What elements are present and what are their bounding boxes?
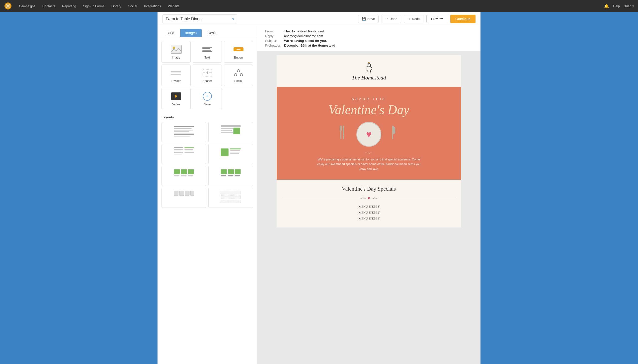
- svg-marker-73: [368, 62, 370, 63]
- subject-label: Subject:: [265, 39, 282, 42]
- svg-rect-27: [220, 125, 240, 126]
- svg-rect-29: [220, 130, 232, 131]
- more-block-label: More: [204, 103, 210, 106]
- block-text[interactable]: Text: [193, 41, 222, 62]
- email-meta: From: The Homestead Restaurant Reply: an…: [257, 26, 480, 51]
- plate-circle: ♥: [356, 122, 381, 147]
- nav-right-area: 🔔 Help Brian ▾: [604, 4, 634, 8]
- social-block-icon: [232, 68, 244, 78]
- svg-rect-59: [220, 177, 225, 178]
- svg-rect-38: [184, 149, 193, 150]
- layouts-section-label: Layouts: [158, 113, 257, 120]
- savor-text: SAVOR THIS: [284, 97, 453, 101]
- divider-block-icon: [170, 68, 182, 78]
- button-block-label: Button: [234, 56, 243, 59]
- svg-line-20: [240, 72, 240, 74]
- svg-rect-56: [228, 169, 234, 174]
- divider-line-left: [282, 198, 358, 198]
- nav-campaigns[interactable]: Campaigns: [16, 3, 38, 10]
- redo-button[interactable]: ↪ Redo: [404, 15, 424, 23]
- svg-line-19: [237, 72, 237, 74]
- tab-build[interactable]: Build: [162, 29, 179, 37]
- nav-user[interactable]: Brian ▾: [624, 4, 634, 8]
- tab-design[interactable]: Design: [202, 29, 224, 37]
- block-divider[interactable]: Divider: [162, 64, 191, 86]
- svg-rect-51: [181, 175, 186, 176]
- content-area: Build Images Design Image: [158, 26, 480, 364]
- app-logo[interactable]: [4, 2, 12, 10]
- preview-button[interactable]: Preview: [426, 15, 447, 23]
- save-button[interactable]: 💾 Save: [358, 15, 378, 23]
- menu-item-1: [MENU ITEM 1]: [282, 204, 455, 210]
- svg-point-77: [368, 64, 368, 65]
- title-wrapper: ✎: [162, 14, 237, 24]
- svg-rect-26: [174, 136, 190, 136]
- undo-icon: ↩: [385, 17, 388, 21]
- nav-library[interactable]: Library: [108, 3, 124, 10]
- svg-rect-58: [220, 175, 226, 176]
- continue-button[interactable]: Continue: [450, 15, 476, 23]
- more-block-icon: +: [201, 91, 213, 101]
- email-content: The Homestead SAVOR THIS Valentine's Day: [277, 55, 461, 228]
- svg-rect-41: [220, 148, 228, 156]
- left-panel: Build Images Design Image: [158, 26, 257, 364]
- layout-item-8[interactable]: [208, 188, 253, 208]
- svg-rect-83: [343, 126, 343, 130]
- nav-social[interactable]: Social: [125, 3, 140, 10]
- campaign-title-input[interactable]: [162, 14, 237, 24]
- reply-label: Reply:: [265, 34, 282, 38]
- svg-rect-28: [220, 128, 233, 129]
- block-more[interactable]: + More: [193, 88, 222, 109]
- undo-button[interactable]: ↩ Undo: [382, 15, 401, 23]
- layout-item-3[interactable]: [162, 144, 206, 164]
- svg-rect-68: [220, 191, 240, 194]
- menu-item-2: [MENU ITEM 2]: [282, 210, 455, 216]
- svg-point-16: [237, 70, 240, 72]
- svg-rect-37: [184, 147, 194, 148]
- preview-area: From: The Homestead Restaurant Reply: an…: [257, 26, 480, 364]
- svg-rect-33: [174, 149, 183, 150]
- reply-value: aname@domainname.com: [284, 34, 323, 38]
- block-social[interactable]: Social: [224, 64, 253, 86]
- tab-images[interactable]: Images: [180, 29, 202, 37]
- svg-point-17: [234, 74, 237, 76]
- block-video[interactable]: Video: [162, 88, 191, 109]
- toolbar: ✎ 💾 Save ↩ Undo ↪ Redo Preview Continue: [158, 12, 480, 26]
- svg-rect-64: [174, 191, 178, 196]
- layout-item-1[interactable]: [162, 122, 206, 142]
- svg-rect-45: [230, 153, 239, 154]
- layout-item-5[interactable]: [162, 166, 206, 186]
- layout-item-2[interactable]: [208, 122, 253, 142]
- svg-rect-36: [174, 154, 182, 154]
- block-image[interactable]: Image: [162, 41, 191, 62]
- svg-rect-32: [174, 147, 183, 148]
- edit-title-icon[interactable]: ✎: [232, 17, 235, 21]
- svg-rect-49: [174, 175, 180, 176]
- block-spacer[interactable]: Spacer: [193, 64, 222, 86]
- svg-rect-35: [174, 152, 183, 153]
- svg-rect-24: [174, 131, 190, 132]
- nav-signupforms[interactable]: Sign-up Forms: [80, 3, 107, 10]
- svg-rect-39: [184, 151, 193, 152]
- notification-bell-icon[interactable]: 🔔: [604, 4, 609, 8]
- swirl-row: ~∿~: [284, 151, 453, 155]
- svg-point-5: [173, 46, 175, 49]
- layout-item-6[interactable]: [208, 166, 253, 186]
- nav-contacts[interactable]: Contacts: [40, 3, 58, 10]
- layout-item-7[interactable]: [162, 188, 206, 208]
- svg-rect-80: [343, 136, 344, 139]
- social-block-label: Social: [234, 79, 242, 83]
- svg-rect-7: [236, 49, 240, 50]
- nav-reporting[interactable]: Reporting: [59, 3, 79, 10]
- block-button[interactable]: Button: [224, 41, 253, 62]
- nav-integrations[interactable]: Integrations: [141, 3, 164, 10]
- layout-item-4[interactable]: [208, 144, 253, 164]
- fork-knife-left-icon: [338, 124, 352, 144]
- svg-rect-60: [228, 175, 233, 176]
- menu-item-3: [MENU ITEM 3]: [282, 216, 455, 222]
- divider-ornament: ~ꜛ~ ♥ ~ꜛ~: [282, 196, 455, 200]
- svg-rect-44: [230, 152, 240, 152]
- specials-section: Valentine's Day Specials ~ꜛ~ ♥ ~ꜛ~ [MENU…: [277, 180, 461, 228]
- nav-website[interactable]: Website: [165, 3, 183, 10]
- nav-help[interactable]: Help: [613, 4, 620, 8]
